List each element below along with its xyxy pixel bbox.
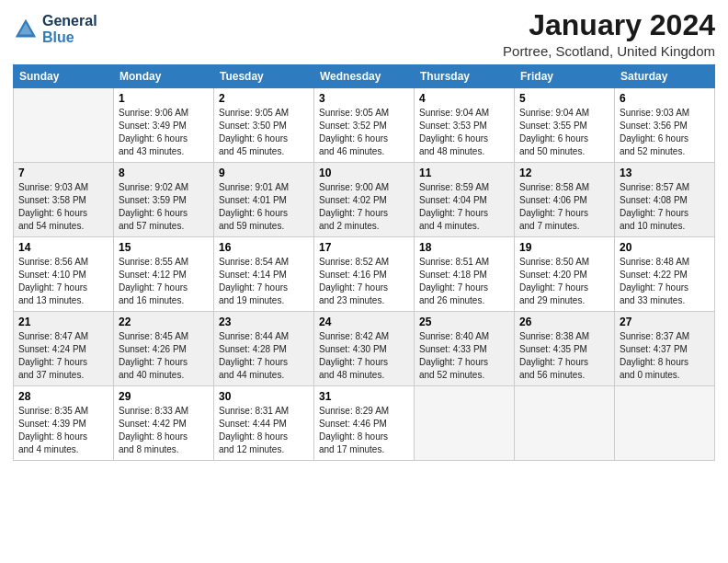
- logo-blue: Blue: [42, 29, 74, 45]
- day-number: 23: [219, 316, 309, 328]
- day-info: Sunrise: 8:52 AMSunset: 4:16 PMDaylight:…: [319, 256, 409, 307]
- calendar-week-5: 28Sunrise: 8:35 AMSunset: 4:39 PMDayligh…: [14, 386, 715, 461]
- day-number: 14: [18, 241, 108, 254]
- calendar-cell: 12Sunrise: 8:58 AMSunset: 4:06 PMDayligh…: [515, 163, 615, 237]
- day-info: Sunrise: 8:51 AMSunset: 4:18 PMDaylight:…: [419, 256, 509, 307]
- day-number: 13: [620, 167, 710, 179]
- calendar-cell: 24Sunrise: 8:42 AMSunset: 4:30 PMDayligh…: [314, 312, 415, 386]
- col-wednesday: Wednesday: [314, 65, 415, 88]
- col-friday: Friday: [515, 65, 615, 88]
- calendar-cell: 8Sunrise: 9:02 AMSunset: 3:59 PMDaylight…: [114, 163, 214, 237]
- calendar-table: Sunday Monday Tuesday Wednesday Thursday…: [13, 64, 715, 461]
- day-number: 16: [219, 241, 309, 254]
- calendar-cell: [415, 386, 515, 461]
- day-info: Sunrise: 9:01 AMSunset: 4:01 PMDaylight:…: [219, 181, 309, 233]
- calendar-cell: 29Sunrise: 8:33 AMSunset: 4:42 PMDayligh…: [114, 386, 214, 461]
- calendar-cell: 27Sunrise: 8:37 AMSunset: 4:37 PMDayligh…: [615, 312, 715, 386]
- calendar-cell: 1Sunrise: 9:06 AMSunset: 3:49 PMDaylight…: [114, 88, 214, 163]
- day-info: Sunrise: 9:04 AMSunset: 3:53 PMDaylight:…: [419, 107, 509, 158]
- day-number: 7: [18, 167, 108, 179]
- day-info: Sunrise: 8:54 AMSunset: 4:14 PMDaylight:…: [219, 256, 309, 307]
- calendar-cell: 9Sunrise: 9:01 AMSunset: 4:01 PMDaylight…: [214, 163, 314, 237]
- calendar-cell: [615, 386, 715, 461]
- header-row: Sunday Monday Tuesday Wednesday Thursday…: [14, 65, 715, 88]
- day-number: 25: [419, 316, 509, 328]
- day-info: Sunrise: 8:47 AMSunset: 4:24 PMDaylight:…: [18, 330, 108, 382]
- day-number: 18: [419, 241, 509, 254]
- day-number: 21: [18, 316, 108, 328]
- calendar-cell: 19Sunrise: 8:50 AMSunset: 4:20 PMDayligh…: [515, 237, 615, 312]
- day-info: Sunrise: 8:59 AMSunset: 4:04 PMDaylight:…: [419, 181, 509, 233]
- calendar-cell: 30Sunrise: 8:31 AMSunset: 4:44 PMDayligh…: [214, 386, 314, 461]
- calendar-week-4: 21Sunrise: 8:47 AMSunset: 4:24 PMDayligh…: [14, 312, 715, 386]
- main-container: General Blue January 2024 Portree, Scotl…: [0, 0, 728, 470]
- day-info: Sunrise: 9:06 AMSunset: 3:49 PMDaylight:…: [119, 107, 209, 158]
- day-info: Sunrise: 8:44 AMSunset: 4:28 PMDaylight:…: [219, 330, 309, 382]
- day-info: Sunrise: 9:05 AMSunset: 3:50 PMDaylight:…: [219, 107, 309, 158]
- calendar-cell: 13Sunrise: 8:57 AMSunset: 4:08 PMDayligh…: [615, 163, 715, 237]
- calendar-cell: 26Sunrise: 8:38 AMSunset: 4:35 PMDayligh…: [515, 312, 615, 386]
- day-info: Sunrise: 8:42 AMSunset: 4:30 PMDaylight:…: [319, 330, 409, 382]
- calendar-week-3: 14Sunrise: 8:56 AMSunset: 4:10 PMDayligh…: [14, 237, 715, 312]
- calendar-cell: 7Sunrise: 9:03 AMSunset: 3:58 PMDaylight…: [14, 163, 114, 237]
- day-info: Sunrise: 8:35 AMSunset: 4:39 PMDaylight:…: [18, 405, 108, 456]
- calendar-cell: 25Sunrise: 8:40 AMSunset: 4:33 PMDayligh…: [415, 312, 515, 386]
- day-info: Sunrise: 9:03 AMSunset: 3:56 PMDaylight:…: [620, 107, 710, 158]
- day-info: Sunrise: 8:40 AMSunset: 4:33 PMDaylight:…: [419, 330, 509, 382]
- day-number: 27: [620, 316, 710, 328]
- calendar-cell: 3Sunrise: 9:05 AMSunset: 3:52 PMDaylight…: [314, 88, 415, 163]
- calendar-cell: [515, 386, 615, 461]
- calendar-cell: 28Sunrise: 8:35 AMSunset: 4:39 PMDayligh…: [14, 386, 114, 461]
- day-number: 17: [319, 241, 409, 254]
- calendar-cell: 4Sunrise: 9:04 AMSunset: 3:53 PMDaylight…: [415, 88, 515, 163]
- calendar-cell: 2Sunrise: 9:05 AMSunset: 3:50 PMDaylight…: [214, 88, 314, 163]
- day-info: Sunrise: 9:04 AMSunset: 3:55 PMDaylight:…: [519, 107, 609, 158]
- calendar-cell: 22Sunrise: 8:45 AMSunset: 4:26 PMDayligh…: [114, 312, 214, 386]
- day-info: Sunrise: 9:02 AMSunset: 3:59 PMDaylight:…: [119, 181, 209, 233]
- header: General Blue January 2024 Portree, Scotl…: [13, 9, 715, 59]
- logo-general: General: [42, 13, 97, 29]
- day-number: 9: [219, 167, 309, 179]
- calendar-cell: 18Sunrise: 8:51 AMSunset: 4:18 PMDayligh…: [415, 237, 515, 312]
- day-info: Sunrise: 8:45 AMSunset: 4:26 PMDaylight:…: [119, 330, 209, 382]
- col-sunday: Sunday: [14, 65, 114, 88]
- col-saturday: Saturday: [615, 65, 715, 88]
- day-number: 11: [419, 167, 509, 179]
- day-number: 20: [620, 241, 710, 254]
- day-number: 8: [119, 167, 209, 179]
- day-info: Sunrise: 9:05 AMSunset: 3:52 PMDaylight:…: [319, 107, 409, 158]
- day-info: Sunrise: 8:55 AMSunset: 4:12 PMDaylight:…: [119, 256, 209, 307]
- calendar-cell: 16Sunrise: 8:54 AMSunset: 4:14 PMDayligh…: [214, 237, 314, 312]
- col-monday: Monday: [114, 65, 214, 88]
- calendar-cell: 15Sunrise: 8:55 AMSunset: 4:12 PMDayligh…: [114, 237, 214, 312]
- subtitle: Portree, Scotland, United Kingdom: [503, 43, 715, 59]
- day-number: 22: [119, 316, 209, 328]
- calendar-cell: 21Sunrise: 8:47 AMSunset: 4:24 PMDayligh…: [14, 312, 114, 386]
- day-info: Sunrise: 9:00 AMSunset: 4:02 PMDaylight:…: [319, 181, 409, 233]
- day-info: Sunrise: 8:50 AMSunset: 4:20 PMDaylight:…: [519, 256, 609, 307]
- day-info: Sunrise: 8:56 AMSunset: 4:10 PMDaylight:…: [18, 256, 108, 307]
- day-info: Sunrise: 8:37 AMSunset: 4:37 PMDaylight:…: [620, 330, 710, 382]
- calendar-cell: 5Sunrise: 9:04 AMSunset: 3:55 PMDaylight…: [515, 88, 615, 163]
- col-thursday: Thursday: [415, 65, 515, 88]
- day-number: 5: [519, 92, 609, 105]
- day-number: 15: [119, 241, 209, 254]
- month-title: January 2024: [503, 9, 715, 41]
- day-number: 19: [519, 241, 609, 254]
- calendar-week-1: 1Sunrise: 9:06 AMSunset: 3:49 PMDaylight…: [14, 88, 715, 163]
- logo: General Blue: [13, 13, 97, 47]
- calendar-cell: 17Sunrise: 8:52 AMSunset: 4:16 PMDayligh…: [314, 237, 415, 312]
- day-info: Sunrise: 8:33 AMSunset: 4:42 PMDaylight:…: [119, 405, 209, 456]
- calendar-cell: 20Sunrise: 8:48 AMSunset: 4:22 PMDayligh…: [615, 237, 715, 312]
- day-number: 6: [620, 92, 710, 105]
- day-info: Sunrise: 8:31 AMSunset: 4:44 PMDaylight:…: [219, 405, 309, 456]
- day-info: Sunrise: 8:29 AMSunset: 4:46 PMDaylight:…: [319, 405, 409, 456]
- col-tuesday: Tuesday: [214, 65, 314, 88]
- day-info: Sunrise: 8:48 AMSunset: 4:22 PMDaylight:…: [620, 256, 710, 307]
- calendar-cell: 14Sunrise: 8:56 AMSunset: 4:10 PMDayligh…: [14, 237, 114, 312]
- day-number: 4: [419, 92, 509, 105]
- calendar-cell: [14, 88, 114, 163]
- day-number: 31: [319, 390, 409, 403]
- calendar-cell: 6Sunrise: 9:03 AMSunset: 3:56 PMDaylight…: [615, 88, 715, 163]
- day-number: 10: [319, 167, 409, 179]
